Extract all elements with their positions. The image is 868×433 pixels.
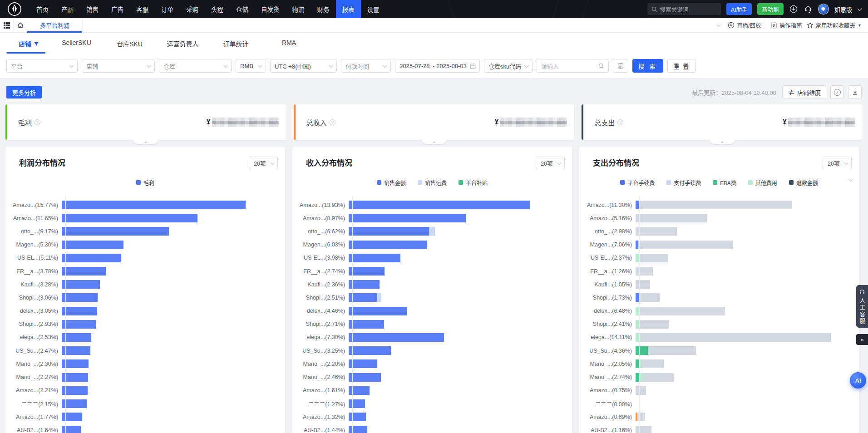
subtab-仓库SKU[interactable]: 仓库SKU	[103, 39, 156, 54]
subtab-店铺[interactable]: 店铺	[6, 39, 50, 54]
nav-item-11[interactable]: 物流	[286, 0, 311, 18]
nav-item-2[interactable]: 产品	[55, 0, 80, 18]
sku-search-input[interactable]: 请输入	[537, 59, 609, 73]
bar[interactable]	[636, 201, 792, 209]
bar[interactable]	[636, 333, 831, 342]
bar[interactable]	[636, 413, 645, 421]
bar[interactable]	[636, 214, 707, 222]
bar[interactable]	[636, 307, 725, 315]
bar[interactable]	[62, 399, 87, 408]
more-analysis-button[interactable]: 更多分析	[6, 86, 42, 98]
bar[interactable]	[636, 373, 674, 382]
legend-collapse-chevron-icon[interactable]	[848, 177, 853, 182]
download-button[interactable]	[848, 85, 862, 99]
apps-grid-icon[interactable]	[0, 18, 14, 33]
chevron-down-icon[interactable]	[858, 6, 862, 11]
bar[interactable]	[349, 333, 444, 342]
bar[interactable]	[349, 214, 466, 222]
bar[interactable]	[62, 426, 81, 433]
collapse-notch[interactable]: ▲	[710, 139, 735, 144]
nav-item-6[interactable]: 订单	[155, 0, 180, 18]
legend-item-销售金额[interactable]: 销售金额	[377, 179, 406, 187]
legend-item-退款金额[interactable]: 退款金额	[789, 179, 818, 187]
headset-icon[interactable]	[804, 5, 813, 14]
global-search-input[interactable]: 搜索关键词	[647, 3, 721, 15]
open-page-tab[interactable]: 多平台利润	[27, 18, 83, 33]
nav-item-13[interactable]: 报表	[336, 0, 361, 18]
home-icon[interactable]	[14, 18, 27, 33]
ai-fab-button[interactable]: AI	[850, 372, 866, 389]
info-button[interactable]: i	[830, 85, 844, 99]
bar[interactable]	[62, 320, 96, 329]
nav-item-12[interactable]: 财务	[311, 0, 336, 18]
nav-item-1[interactable]: 首页	[30, 0, 55, 18]
bar[interactable]	[349, 426, 367, 433]
nav-item-9[interactable]: 仓储	[230, 0, 255, 18]
subtab-订单统计[interactable]: 订单统计	[209, 39, 262, 54]
help-icon[interactable]: ?	[35, 119, 40, 125]
download-circle-icon[interactable]	[789, 5, 798, 14]
bar[interactable]	[636, 227, 677, 236]
bar[interactable]	[349, 254, 400, 262]
bar[interactable]	[349, 227, 435, 236]
bar[interactable]	[636, 426, 651, 433]
nav-item-4[interactable]: 广告	[105, 0, 130, 18]
bar[interactable]	[62, 333, 91, 342]
platform-select[interactable]: 平台	[6, 59, 78, 73]
bar[interactable]	[636, 359, 664, 368]
ai-assistant-button[interactable]: AI助手	[726, 3, 752, 15]
bar[interactable]	[349, 386, 370, 395]
nav-item-7[interactable]: 采购	[180, 0, 205, 18]
bar[interactable]	[349, 267, 385, 276]
reset-button[interactable]: 重 置	[667, 59, 696, 73]
user-avatar[interactable]	[818, 4, 829, 15]
bar[interactable]	[349, 399, 365, 408]
subtab-运营负责人[interactable]: 运营负责人	[156, 39, 209, 54]
bar[interactable]	[62, 346, 90, 355]
store-dimension-button[interactable]: 店铺维度	[782, 85, 826, 99]
subtab-SellerSKU[interactable]: SellerSKU	[50, 39, 103, 54]
search-button[interactable]: 搜 索	[632, 59, 663, 73]
bar[interactable]	[636, 320, 669, 329]
bar[interactable]	[636, 386, 646, 395]
payment-time-select[interactable]: 付款时间	[341, 59, 391, 73]
item-count-select[interactable]: 20项	[823, 157, 852, 169]
batch-input-button[interactable]	[613, 59, 628, 73]
bar[interactable]	[349, 373, 381, 382]
bar[interactable]	[62, 359, 89, 368]
legend-item-平台手续费[interactable]: 平台手续费	[620, 179, 655, 187]
bar[interactable]	[62, 201, 246, 209]
bar[interactable]	[62, 214, 197, 222]
timezone-select[interactable]: UTC +8(中国)	[270, 59, 337, 73]
bar[interactable]	[349, 307, 407, 315]
version-label[interactable]: 如意版	[834, 5, 852, 14]
bar[interactable]	[62, 280, 100, 289]
legend-item-销售运费[interactable]: 销售运费	[418, 179, 447, 187]
bar[interactable]	[62, 386, 88, 395]
bar[interactable]	[636, 267, 653, 276]
bar[interactable]	[62, 307, 97, 315]
bar[interactable]	[349, 320, 384, 329]
collapse-notch[interactable]: ▲	[422, 139, 446, 144]
collapse-panel-button[interactable]: »	[856, 334, 868, 345]
legend-item-毛利[interactable]: 毛利	[136, 179, 154, 187]
legend-item-其他费用[interactable]: 其他费用	[748, 179, 777, 187]
bar[interactable]	[349, 241, 427, 249]
legend-item-平台补贴[interactable]: 平台补贴	[459, 179, 488, 187]
bar[interactable]	[349, 413, 366, 421]
warehouse-select[interactable]: 仓库	[159, 59, 232, 73]
bar[interactable]	[636, 254, 668, 262]
bar[interactable]	[636, 280, 650, 289]
bar[interactable]	[349, 280, 380, 289]
collapse-notch[interactable]: ▲	[133, 139, 158, 144]
customer-service-tab[interactable]: 人工客服	[856, 285, 868, 328]
bar[interactable]	[636, 241, 733, 249]
nav-item-14[interactable]: 设置	[361, 0, 386, 18]
bar[interactable]	[349, 346, 391, 355]
bar[interactable]	[349, 201, 530, 209]
item-count-select[interactable]: 20项	[536, 157, 565, 169]
sku-type-select[interactable]: 仓库sku代码	[484, 59, 533, 73]
bar[interactable]	[636, 346, 696, 355]
app-logo-icon[interactable]	[7, 2, 22, 16]
legend-item-FBA费[interactable]: FBA费	[713, 179, 736, 187]
